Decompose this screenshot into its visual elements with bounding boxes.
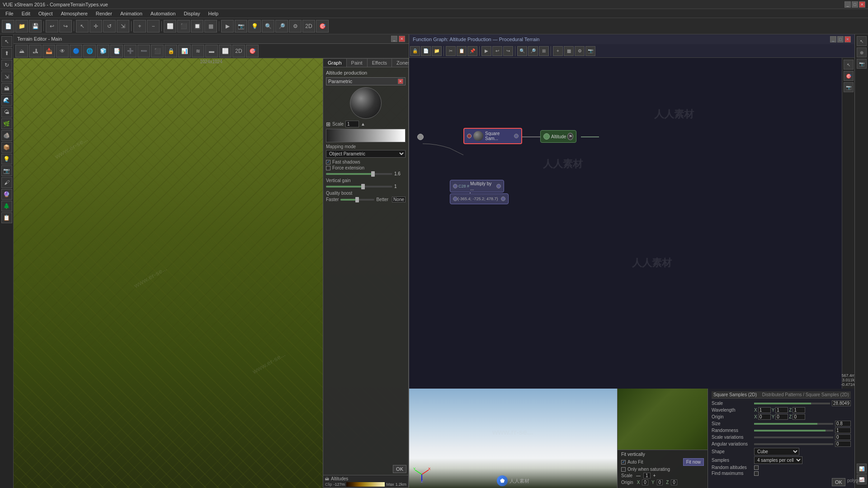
te-tb-erase[interactable]: ⬜ (219, 45, 231, 57)
te-tb-add-lake[interactable]: 🏞 (29, 45, 42, 57)
fast-shadows-checkbox[interactable] (326, 160, 330, 164)
fg-tb-folder[interactable]: 📁 (432, 46, 442, 56)
sb-select[interactable]: ↖ (1, 36, 12, 47)
tb-zoom-in[interactable]: 🔍 (262, 20, 274, 33)
tb-redo[interactable]: ↪ (59, 20, 72, 33)
fg-tb-add[interactable]: + (553, 46, 563, 56)
fg-canvas[interactable]: Square Sam... Altitude ⚑ C28 # Multiply … (409, 58, 854, 389)
prop-size-slider[interactable] (754, 423, 833, 425)
sb-paint[interactable]: 🖌 (1, 177, 12, 188)
force-ext-track[interactable] (326, 173, 392, 175)
te-tb-expand[interactable]: ⬛ (151, 45, 164, 57)
node-coords[interactable]: (-365.4; -725.2; 478.7) (450, 193, 509, 204)
sb-obj[interactable]: 📦 (1, 142, 12, 153)
tb-new[interactable]: 📄 (2, 20, 14, 33)
fg-tb-lock[interactable]: 🔒 (410, 46, 420, 56)
tb-rotate[interactable]: ↺ (103, 20, 116, 33)
fg-tb-render[interactable]: ▶ (481, 46, 491, 56)
tb-scale[interactable]: ⇲ (117, 20, 129, 33)
tb-zoom-out[interactable]: 🔎 (275, 20, 288, 33)
fg-tb-zoom-in[interactable]: 🔍 (517, 46, 527, 56)
tb-select[interactable]: ↖ (76, 20, 89, 33)
te-tb-globe[interactable]: 🌐 (83, 45, 96, 57)
sky-view[interactable] (409, 389, 617, 488)
tb-move[interactable]: ✛ (90, 20, 102, 33)
rm-btn1[interactable]: ↖ (857, 36, 867, 46)
te-tb-misc[interactable]: 🎯 (246, 45, 259, 57)
scale-plus-btn[interactable]: + (653, 473, 656, 478)
tb-extra2[interactable]: 🎯 (316, 20, 329, 33)
menu-atmosphere[interactable]: Atmosphere (57, 10, 91, 17)
te-tb-layer2[interactable]: 📑 (110, 45, 123, 57)
prop-shape-select[interactable]: Cube Sphere Cylinder (754, 448, 799, 455)
fg-close-btn[interactable]: ✕ (844, 36, 851, 42)
sb-plant[interactable]: 🌿 (1, 118, 12, 129)
sb-mat[interactable]: 🔮 (1, 189, 12, 200)
sb-eco[interactable]: 🌲 (1, 201, 12, 211)
node-altitude[interactable]: Altitude ⚑ (540, 130, 576, 143)
scale-stepper-up[interactable]: ▲ (361, 122, 365, 127)
fg-tb-paste[interactable]: 📌 (467, 46, 477, 56)
tab-effects[interactable]: Effects (368, 59, 392, 67)
tb-light[interactable]: 💡 (248, 20, 261, 33)
fg-tb-new[interactable]: 📄 (421, 46, 431, 56)
rm-btn2[interactable]: ⊕ (857, 47, 867, 57)
tb-open[interactable]: 📁 (15, 20, 28, 33)
te-tb-sub[interactable]: ➖ (137, 45, 150, 57)
te-tb-add2[interactable]: ➕ (124, 45, 137, 57)
mapping-mode-select[interactable]: Object Parametric (326, 150, 406, 158)
prop-svar-slider[interactable] (754, 436, 833, 438)
fg-tb-redo[interactable]: ↪ (503, 46, 513, 56)
tab-zones[interactable]: Zones (392, 59, 409, 67)
prop-scale-slider[interactable] (754, 403, 830, 404)
left-connector[interactable] (417, 134, 424, 140)
te-tb-graph[interactable]: 📊 (178, 45, 191, 57)
fg-tb-settings2[interactable]: ⚙ (575, 46, 585, 56)
tb-view2[interactable]: ⬛ (177, 20, 190, 33)
menu-object[interactable]: Object (35, 10, 57, 17)
node-square-samples[interactable]: Square Sam... (463, 128, 522, 144)
tb-add[interactable]: + (133, 20, 146, 33)
quality-boost-track[interactable] (340, 199, 374, 201)
panel-ok-btn[interactable]: OK (393, 465, 406, 473)
fg-tb-grid[interactable]: ▦ (564, 46, 574, 56)
rand-alt-checkbox[interactable] (754, 465, 759, 470)
scale-input[interactable] (345, 121, 359, 127)
menu-display[interactable]: Display (180, 10, 203, 17)
alt-gradient-bar[interactable] (346, 482, 385, 487)
find-max-checkbox[interactable] (754, 471, 759, 476)
prop-avar-slider[interactable] (754, 443, 833, 445)
auto-fit-checkbox[interactable] (621, 460, 626, 465)
fg-tb-undo[interactable]: ↩ (492, 46, 502, 56)
fg-tb-fit[interactable]: ⊞ (539, 46, 549, 56)
fg-tb-cut[interactable]: ✂ (446, 46, 456, 56)
te-tb-cube[interactable]: 🧊 (97, 45, 109, 57)
tb-view3[interactable]: 🔲 (191, 20, 203, 33)
te-tb-view[interactable]: 👁 (56, 45, 69, 57)
te-tb-sphere[interactable]: 🔵 (70, 45, 82, 57)
fg-tb-zoom-out[interactable]: 🔎 (528, 46, 538, 56)
sb-move[interactable]: ⬆ (1, 48, 12, 59)
maximize-btn[interactable]: □ (852, 1, 858, 8)
force-extension-checkbox[interactable] (326, 166, 330, 170)
props-ok-btn[interactable]: OK (832, 478, 845, 486)
sb-layer[interactable]: 📋 (1, 212, 12, 223)
minimize-btn[interactable]: _ (844, 1, 851, 8)
tb-view4[interactable]: ▦ (204, 20, 217, 33)
fg-min-btn[interactable]: _ (830, 36, 836, 42)
fg-rt-icon3[interactable]: 📷 (844, 82, 854, 92)
close-btn[interactable]: ✕ (859, 1, 865, 8)
node-close-btn[interactable]: ✕ (398, 79, 403, 84)
te-min-btn[interactable]: _ (391, 36, 397, 42)
sb-terrain[interactable]: 🏔 (1, 83, 12, 94)
fg-tb-cam2[interactable]: 📷 (585, 46, 595, 56)
fg-rt-icon2[interactable]: 🎯 (844, 71, 854, 81)
prop-rand-slider[interactable] (754, 430, 833, 432)
only-saturating-checkbox[interactable] (621, 467, 626, 472)
tb-camera[interactable]: 📷 (235, 20, 247, 33)
node-multiply[interactable]: C28 # Multiply by ... (450, 180, 504, 192)
tb-view1[interactable]: ⬜ (164, 20, 176, 33)
menu-automation[interactable]: Automation (147, 10, 179, 17)
tb-render[interactable]: ▶ (221, 20, 234, 33)
vertical-gain-track[interactable] (326, 186, 392, 188)
